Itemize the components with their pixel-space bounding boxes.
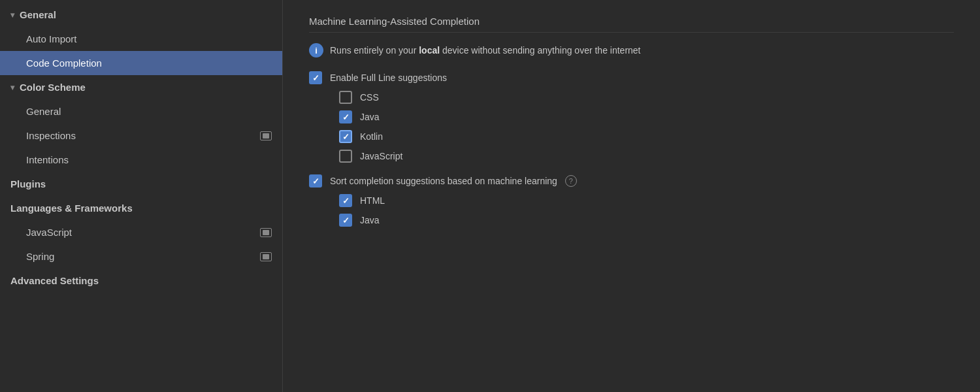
main-content: Machine Learning-Assisted Completion i R… [283, 0, 980, 392]
spring-icon-inner [263, 254, 269, 259]
chevron-down-icon-2: ▾ [10, 83, 14, 92]
sidebar-item-cs-general[interactable]: General [0, 99, 282, 123]
sidebar-item-intentions-label: Intentions [26, 154, 69, 165]
option-row-html: ✓ HTML [309, 191, 954, 210]
option-label-java: Java [360, 112, 380, 122]
option-row-sort: ✓ Sort completion suggestions based on m… [309, 171, 954, 191]
sidebar-item-inspections[interactable]: Inspections [0, 123, 282, 148]
checkbox-sort[interactable]: ✓ [309, 174, 322, 188]
checkbox-html[interactable]: ✓ [339, 194, 352, 207]
info-row: i Runs entirely on your local device wit… [309, 43, 954, 57]
checkbox-javascript[interactable] [339, 150, 352, 163]
option-label-kotlin: Kotlin [360, 131, 383, 142]
sidebar-item-code-completion[interactable]: Code Completion [0, 51, 282, 75]
chevron-down-icon: ▾ [10, 10, 14, 20]
checkbox-full-line[interactable]: ✓ [309, 71, 322, 84]
sidebar-item-javascript-label: JavaScript [26, 227, 72, 238]
info-icon: i [309, 43, 323, 57]
info-text-post: device without sending anything over the… [440, 45, 640, 56]
javascript-icon-inner [263, 230, 269, 235]
info-text: Runs entirely on your local device witho… [330, 45, 641, 56]
spring-icon [260, 252, 272, 261]
sidebar-item-auto-import-label: Auto Import [26, 33, 77, 44]
checkbox-java[interactable]: ✓ [339, 110, 352, 123]
info-text-pre: Runs entirely on your [330, 45, 419, 56]
sidebar-section-color-scheme-label: Color Scheme [20, 82, 86, 93]
checkmark-java: ✓ [342, 113, 350, 122]
sidebar-item-cs-general-label: General [26, 106, 61, 117]
sidebar-item-inspections-label: Inspections [26, 130, 76, 141]
sidebar-section-advanced-label: Advanced Settings [10, 275, 99, 286]
checkmark-java-sort: ✓ [342, 216, 350, 225]
sidebar-section-general-label: General [20, 9, 56, 20]
option-row-java: ✓ Java [309, 107, 954, 127]
option-row-java-sort: ✓ Java [309, 210, 954, 230]
sidebar-section-general[interactable]: ▾ General [0, 3, 282, 27]
sidebar-item-auto-import[interactable]: Auto Import [0, 27, 282, 51]
section-title: Machine Learning-Assisted Completion [309, 16, 954, 33]
option-label-sort: Sort completion suggestions based on mac… [330, 176, 557, 186]
sidebar-section-languages[interactable]: Languages & Frameworks [0, 196, 282, 220]
checkmark-kotlin: ✓ [342, 133, 350, 141]
option-row-kotlin: ✓ Kotlin [309, 127, 954, 146]
inspections-icon-inner [263, 133, 269, 139]
sidebar-section-color-scheme[interactable]: ▾ Color Scheme [0, 75, 282, 99]
sidebar-section-languages-label: Languages & Frameworks [10, 203, 133, 214]
option-group-full-line: ✓ Enable Full Line suggestions CSS ✓ Jav… [309, 68, 954, 166]
option-row-full-line: ✓ Enable Full Line suggestions [309, 68, 954, 88]
checkbox-java-sort[interactable]: ✓ [339, 214, 352, 227]
checkbox-css[interactable] [339, 91, 352, 104]
option-label-javascript: JavaScript [360, 151, 402, 161]
sidebar: ▾ General Auto Import Code Completion ▾ … [0, 0, 283, 392]
option-label-full-line: Enable Full Line suggestions [330, 73, 447, 83]
option-row-javascript: JavaScript [309, 146, 954, 166]
checkmark-sort: ✓ [312, 177, 319, 186]
checkmark-html: ✓ [342, 197, 350, 205]
sidebar-section-plugins[interactable]: Plugins [0, 172, 282, 196]
option-row-css: CSS [309, 88, 954, 107]
inspections-icon [260, 131, 272, 140]
sidebar-item-spring-label: Spring [26, 251, 54, 262]
option-label-css: CSS [360, 92, 379, 103]
option-group-sort: ✓ Sort completion suggestions based on m… [309, 171, 954, 230]
sidebar-item-intentions[interactable]: Intentions [0, 148, 282, 172]
option-label-html: HTML [360, 195, 385, 206]
checkbox-kotlin[interactable]: ✓ [339, 130, 352, 143]
sidebar-section-advanced[interactable]: Advanced Settings [0, 269, 282, 293]
sidebar-item-javascript[interactable]: JavaScript [0, 220, 282, 244]
sidebar-item-code-completion-label: Code Completion [26, 57, 102, 69]
sidebar-item-spring[interactable]: Spring [0, 244, 282, 269]
javascript-icon [260, 228, 272, 237]
sidebar-section-plugins-label: Plugins [10, 178, 46, 189]
info-text-bold: local [419, 45, 440, 56]
checkmark-full-line: ✓ [312, 74, 319, 82]
question-icon[interactable]: ? [565, 175, 577, 187]
option-label-java-sort: Java [360, 215, 380, 225]
